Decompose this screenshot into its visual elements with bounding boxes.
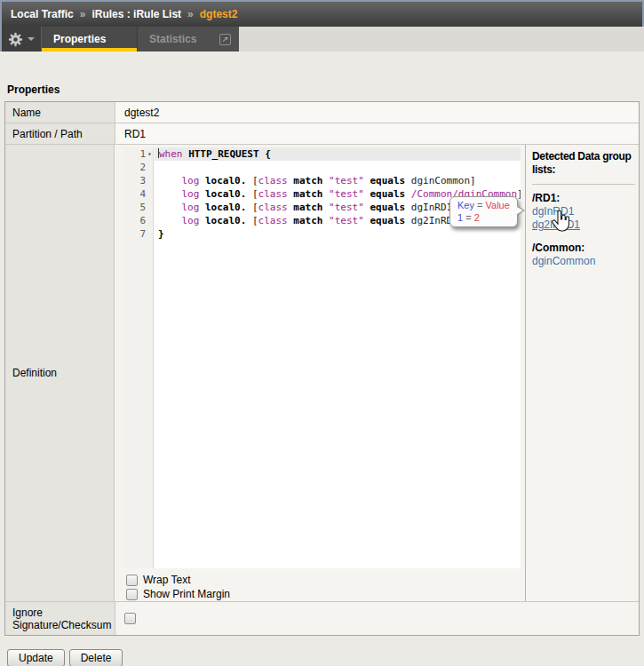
line-number-text: 6 bbox=[139, 214, 146, 227]
partition-value: RD1 bbox=[115, 123, 639, 144]
code-token: match bbox=[293, 215, 322, 226]
code-line: 7} bbox=[123, 227, 521, 241]
code-token bbox=[199, 175, 205, 186]
update-button[interactable]: Update bbox=[7, 649, 65, 666]
code-token: "test" bbox=[329, 188, 364, 200]
datagroup-link[interactable]: dg2InRD1 bbox=[532, 218, 635, 232]
tooltip-row: Key = Value bbox=[457, 199, 510, 211]
code-line-text[interactable]: when HTTP_REQUEST { bbox=[155, 147, 521, 161]
code-token bbox=[158, 215, 182, 226]
tab-statistics-label: Statistics bbox=[149, 33, 196, 45]
editor-option: Wrap Text bbox=[126, 573, 521, 587]
code-token: when bbox=[159, 148, 183, 160]
table-row-name: Name dgtest2 bbox=[5, 102, 639, 123]
datagroup-list: /RD1:dgInRD1dg2InRD1/Common:dginCommon bbox=[532, 191, 635, 268]
fold-caret-icon[interactable]: ▾ bbox=[146, 147, 154, 161]
datagroup-link[interactable]: dgInRD1 bbox=[532, 205, 635, 218]
code-token: class bbox=[258, 175, 288, 186]
page: Local Traffic»iRules : iRule List»dgtest… bbox=[0, 0, 644, 666]
settings-menu-button[interactable] bbox=[2, 27, 42, 52]
code-token bbox=[158, 175, 182, 186]
line-number: 3 bbox=[123, 174, 155, 187]
code-token: log bbox=[182, 175, 200, 186]
datagroup-link[interactable]: dginCommon bbox=[532, 255, 635, 268]
code-line-text[interactable]: } bbox=[155, 227, 521, 241]
tooltip-text: = bbox=[474, 200, 486, 210]
gear-icon bbox=[8, 32, 23, 47]
breadcrumb-item[interactable]: Local Traffic bbox=[11, 8, 74, 20]
code-token: ] bbox=[517, 188, 521, 200]
line-number: 6 bbox=[123, 214, 155, 227]
panel-divider bbox=[532, 184, 635, 185]
table-row-ignore-signature: Ignore Signature/Checksum bbox=[5, 602, 639, 635]
ignore-signature-label: Ignore Signature/Checksum bbox=[5, 602, 115, 635]
tooltip-content: Key = Value1 = 2 bbox=[457, 199, 510, 224]
checkbox-label: Show Print Margin bbox=[143, 588, 230, 600]
code-token: "test" bbox=[329, 175, 364, 186]
tooltip-text: Value bbox=[486, 200, 510, 210]
table-row-definition: Definition 1▾when HTTP_REQUEST {23 log l… bbox=[5, 145, 639, 602]
code-token: } bbox=[158, 228, 164, 240]
breadcrumb: Local Traffic»iRules : iRule List»dgtest… bbox=[0, 0, 644, 27]
code-token: [ bbox=[246, 202, 258, 213]
code-token: equals bbox=[370, 175, 405, 186]
ignore-signature-checkbox[interactable] bbox=[124, 613, 136, 624]
code-token bbox=[158, 188, 182, 200]
tooltip-text: Key bbox=[457, 200, 474, 210]
code-token: match bbox=[293, 202, 322, 213]
section-title: Properties bbox=[7, 83, 644, 96]
code-token bbox=[199, 215, 205, 226]
show-print-margin-checkbox[interactable] bbox=[126, 589, 138, 600]
code-token: [ bbox=[246, 175, 258, 186]
line-number: 7 bbox=[123, 227, 155, 241]
action-buttons: Update Delete bbox=[7, 649, 644, 666]
partition-label: /Common: bbox=[532, 241, 635, 255]
line-number-text: 2 bbox=[139, 161, 146, 174]
partition-label: /RD1: bbox=[532, 191, 635, 205]
table-row-partition: Partition / Path RD1 bbox=[5, 123, 639, 145]
detected-datagroups-title: Detected Data group lists: bbox=[532, 150, 635, 177]
code-token: equals bbox=[370, 202, 405, 213]
line-number-text: 7 bbox=[139, 227, 146, 241]
breadcrumb-separator: » bbox=[187, 8, 194, 20]
code-line-text[interactable]: log local0. [class match "test" equals d… bbox=[155, 174, 521, 187]
tab-properties-label: Properties bbox=[53, 33, 106, 45]
code-token: local0. bbox=[205, 202, 246, 213]
popout-icon: ↗ bbox=[219, 34, 231, 45]
line-number-text: 4 bbox=[139, 187, 146, 201]
tab-bar-filler bbox=[239, 27, 644, 52]
code-token bbox=[199, 202, 205, 213]
code-line: 3 log local0. [class match "test" equals… bbox=[123, 174, 521, 187]
detected-datagroups-panel: Detected Data group lists: /RD1:dgInRD1d… bbox=[525, 145, 639, 601]
breadcrumb-separator: » bbox=[80, 8, 86, 20]
chevron-down-icon bbox=[28, 37, 35, 41]
code-line: 1▾when HTTP_REQUEST { bbox=[123, 147, 521, 161]
name-value: dgtest2 bbox=[115, 102, 639, 123]
editor-options: Wrap TextShow Print Margin bbox=[126, 573, 521, 601]
tooltip-row: 1 = 2 bbox=[457, 211, 510, 224]
breadcrumb-item[interactable]: iRules : iRule List bbox=[91, 8, 181, 20]
tab-statistics[interactable]: Statistics ↗ bbox=[137, 27, 239, 52]
code-token: local0. bbox=[205, 175, 246, 186]
code-token: { bbox=[265, 148, 271, 160]
code-token: class bbox=[258, 202, 288, 213]
code-token: class bbox=[258, 215, 288, 226]
tab-properties[interactable]: Properties bbox=[42, 27, 137, 52]
code-token: match bbox=[293, 188, 322, 200]
code-line-text[interactable] bbox=[155, 161, 521, 174]
datagroup-group: /Common:dginCommon bbox=[532, 241, 635, 268]
hand-cursor-icon bbox=[552, 210, 569, 234]
code-token: dginCommon] bbox=[405, 175, 475, 186]
delete-button[interactable]: Delete bbox=[69, 649, 123, 666]
code-token: [ bbox=[246, 215, 258, 226]
ignore-signature-value bbox=[115, 602, 639, 635]
key-value-tooltip: Key = Value1 = 2 bbox=[449, 196, 518, 227]
datagroup-group: /RD1:dgInRD1dg2InRD1 bbox=[532, 191, 635, 232]
checkbox-label: Wrap Text bbox=[143, 574, 191, 586]
code-token bbox=[199, 188, 205, 200]
line-number: 1▾ bbox=[123, 147, 155, 161]
line-number: 2 bbox=[123, 161, 155, 174]
code-token: "test" bbox=[329, 215, 364, 226]
wrap-text-checkbox[interactable] bbox=[126, 575, 138, 586]
line-number-text: 1 bbox=[139, 147, 146, 161]
